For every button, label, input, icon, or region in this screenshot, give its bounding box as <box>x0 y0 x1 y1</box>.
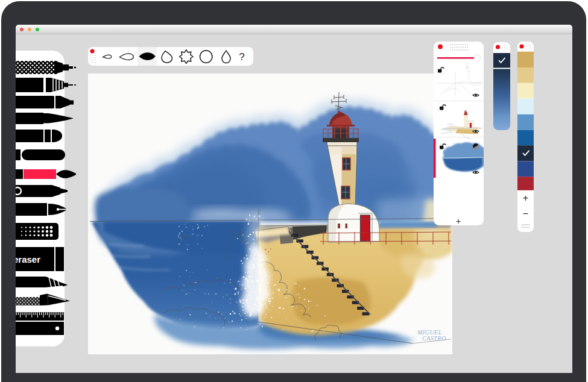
svg-text:−: − <box>523 208 528 219</box>
svg-text:+: + <box>456 216 461 225</box>
svg-text:?: ? <box>239 51 244 63</box>
svg-text:CASTRO: CASTRO <box>422 335 446 342</box>
svg-text:eraser: eraser <box>16 254 40 265</box>
svg-text:+: + <box>523 193 528 203</box>
